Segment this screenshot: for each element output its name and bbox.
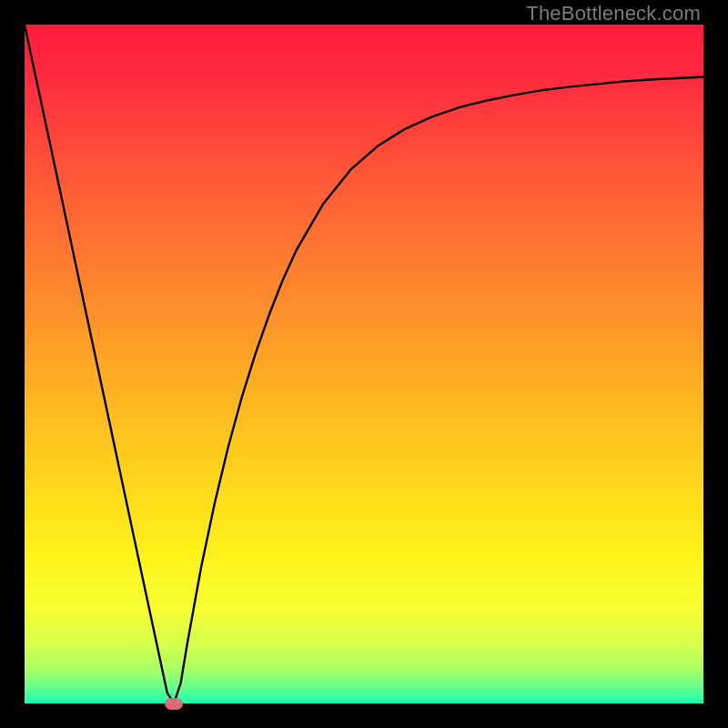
optimal-point-marker [165, 698, 183, 710]
bottleneck-curve [25, 25, 703, 703]
watermark-text: TheBottleneck.com [526, 2, 701, 25]
plot-area [25, 25, 703, 703]
chart-frame: TheBottleneck.com [0, 0, 728, 728]
